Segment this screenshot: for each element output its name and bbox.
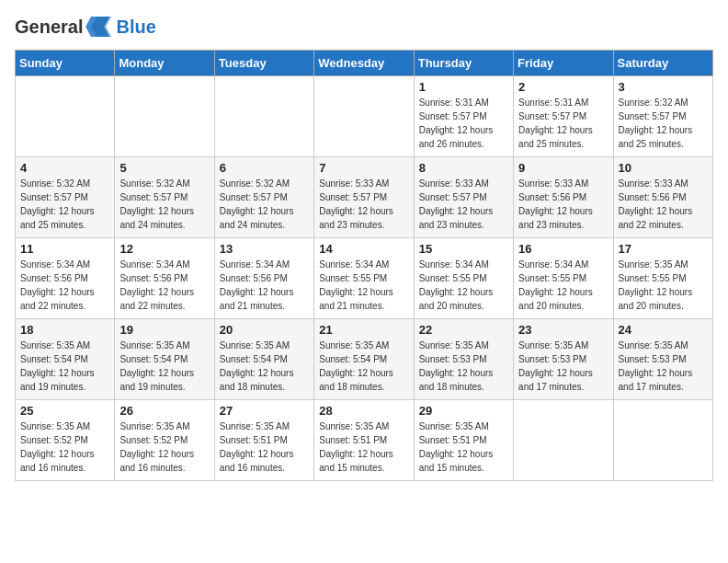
day-info: Sunrise: 5:35 AM Sunset: 5:52 PM Dayligh…: [119, 419, 209, 475]
weekday-header: Monday: [115, 51, 214, 76]
day-number: 10: [619, 161, 708, 175]
day-info: Sunrise: 5:34 AM Sunset: 5:56 PM Dayligh…: [20, 258, 109, 313]
day-number: 2: [518, 80, 608, 94]
day-info: Sunrise: 5:33 AM Sunset: 5:57 PM Dayligh…: [319, 177, 408, 232]
logo-text: General: [15, 17, 83, 38]
day-info: Sunrise: 5:35 AM Sunset: 5:51 PM Dayligh…: [419, 419, 508, 475]
calendar-cell: [115, 76, 214, 157]
calendar-cell: 1Sunrise: 5:31 AM Sunset: 5:57 PM Daylig…: [414, 76, 513, 157]
calendar-cell: 27Sunrise: 5:35 AM Sunset: 5:51 PM Dayli…: [214, 400, 313, 481]
day-info: Sunrise: 5:31 AM Sunset: 5:57 PM Dayligh…: [419, 96, 508, 151]
calendar-cell: 11Sunrise: 5:34 AM Sunset: 5:56 PM Dayli…: [16, 238, 115, 319]
day-number: 13: [220, 242, 309, 256]
calendar-cell: 16Sunrise: 5:34 AM Sunset: 5:55 PM Dayli…: [514, 238, 613, 319]
logo: General Blue: [15, 15, 156, 39]
weekday-header: Sunday: [16, 51, 115, 76]
weekday-header: Wednesday: [314, 51, 414, 76]
day-number: 23: [518, 323, 608, 337]
logo-blue-text: Blue: [116, 17, 155, 38]
day-number: 14: [319, 242, 408, 256]
calendar-cell: 9Sunrise: 5:33 AM Sunset: 5:56 PM Daylig…: [514, 157, 613, 238]
day-info: Sunrise: 5:35 AM Sunset: 5:52 PM Dayligh…: [20, 419, 109, 475]
calendar-cell: 26Sunrise: 5:35 AM Sunset: 5:52 PM Dayli…: [115, 400, 214, 481]
day-info: Sunrise: 5:34 AM Sunset: 5:56 PM Dayligh…: [119, 258, 209, 313]
day-info: Sunrise: 5:35 AM Sunset: 5:54 PM Dayligh…: [220, 339, 309, 394]
day-number: 1: [419, 80, 508, 94]
calendar-cell: 15Sunrise: 5:34 AM Sunset: 5:55 PM Dayli…: [414, 238, 513, 319]
day-number: 9: [518, 161, 608, 175]
day-number: 3: [619, 80, 708, 94]
day-info: Sunrise: 5:32 AM Sunset: 5:57 PM Dayligh…: [220, 177, 309, 232]
day-info: Sunrise: 5:35 AM Sunset: 5:53 PM Dayligh…: [619, 339, 708, 394]
day-number: 27: [220, 404, 309, 418]
calendar-week-row: 18Sunrise: 5:35 AM Sunset: 5:54 PM Dayli…: [16, 319, 713, 400]
calendar-cell: 22Sunrise: 5:35 AM Sunset: 5:53 PM Dayli…: [414, 319, 513, 400]
weekday-header: Tuesday: [214, 51, 313, 76]
day-info: Sunrise: 5:35 AM Sunset: 5:54 PM Dayligh…: [319, 339, 408, 394]
calendar-cell: 13Sunrise: 5:34 AM Sunset: 5:56 PM Dayli…: [214, 238, 313, 319]
day-number: 25: [20, 404, 109, 418]
calendar-cell: 29Sunrise: 5:35 AM Sunset: 5:51 PM Dayli…: [414, 400, 513, 481]
day-info: Sunrise: 5:35 AM Sunset: 5:54 PM Dayligh…: [119, 339, 209, 394]
day-number: 16: [518, 242, 608, 256]
day-number: 6: [220, 161, 309, 175]
day-info: Sunrise: 5:33 AM Sunset: 5:56 PM Dayligh…: [518, 177, 608, 232]
weekday-header: Thursday: [414, 51, 513, 76]
calendar-cell: 18Sunrise: 5:35 AM Sunset: 5:54 PM Dayli…: [16, 319, 115, 400]
calendar-week-row: 1Sunrise: 5:31 AM Sunset: 5:57 PM Daylig…: [16, 76, 713, 157]
day-info: Sunrise: 5:33 AM Sunset: 5:57 PM Dayligh…: [419, 177, 508, 232]
calendar-cell: [16, 76, 115, 157]
calendar-cell: 8Sunrise: 5:33 AM Sunset: 5:57 PM Daylig…: [414, 157, 513, 238]
day-number: 17: [619, 242, 708, 256]
day-info: Sunrise: 5:32 AM Sunset: 5:57 PM Dayligh…: [20, 177, 109, 232]
day-number: 22: [419, 323, 508, 337]
day-info: Sunrise: 5:35 AM Sunset: 5:55 PM Dayligh…: [619, 258, 708, 313]
page-header: General Blue: [15, 15, 713, 39]
day-info: Sunrise: 5:35 AM Sunset: 5:53 PM Dayligh…: [419, 339, 508, 394]
day-number: 24: [619, 323, 708, 337]
day-number: 11: [20, 242, 109, 256]
day-info: Sunrise: 5:35 AM Sunset: 5:51 PM Dayligh…: [220, 419, 309, 475]
day-number: 29: [419, 404, 508, 418]
day-number: 19: [119, 323, 209, 337]
calendar-week-row: 11Sunrise: 5:34 AM Sunset: 5:56 PM Dayli…: [16, 238, 713, 319]
day-info: Sunrise: 5:35 AM Sunset: 5:53 PM Dayligh…: [518, 339, 608, 394]
day-info: Sunrise: 5:34 AM Sunset: 5:55 PM Dayligh…: [319, 258, 408, 313]
calendar-cell: 3Sunrise: 5:32 AM Sunset: 5:57 PM Daylig…: [613, 76, 712, 157]
day-info: Sunrise: 5:31 AM Sunset: 5:57 PM Dayligh…: [518, 96, 608, 151]
calendar-cell: 28Sunrise: 5:35 AM Sunset: 5:51 PM Dayli…: [314, 400, 414, 481]
calendar-cell: 12Sunrise: 5:34 AM Sunset: 5:56 PM Dayli…: [115, 238, 214, 319]
calendar-cell: 23Sunrise: 5:35 AM Sunset: 5:53 PM Dayli…: [514, 319, 613, 400]
day-number: 20: [220, 323, 309, 337]
day-info: Sunrise: 5:32 AM Sunset: 5:57 PM Dayligh…: [619, 96, 708, 151]
calendar-cell: 5Sunrise: 5:32 AM Sunset: 5:57 PM Daylig…: [115, 157, 214, 238]
calendar-cell: 14Sunrise: 5:34 AM Sunset: 5:55 PM Dayli…: [314, 238, 414, 319]
day-number: 21: [319, 323, 408, 337]
day-number: 8: [419, 161, 508, 175]
calendar-cell: [314, 76, 414, 157]
calendar-week-row: 25Sunrise: 5:35 AM Sunset: 5:52 PM Dayli…: [16, 400, 713, 481]
calendar-cell: 7Sunrise: 5:33 AM Sunset: 5:57 PM Daylig…: [314, 157, 414, 238]
calendar-cell: [613, 400, 712, 481]
weekday-header: Saturday: [613, 51, 712, 76]
calendar-cell: 10Sunrise: 5:33 AM Sunset: 5:56 PM Dayli…: [613, 157, 712, 238]
calendar-cell: 17Sunrise: 5:35 AM Sunset: 5:55 PM Dayli…: [613, 238, 712, 319]
day-info: Sunrise: 5:34 AM Sunset: 5:55 PM Dayligh…: [419, 258, 508, 313]
day-number: 7: [319, 161, 408, 175]
day-info: Sunrise: 5:35 AM Sunset: 5:54 PM Dayligh…: [20, 339, 109, 394]
day-info: Sunrise: 5:34 AM Sunset: 5:56 PM Dayligh…: [220, 258, 309, 313]
calendar-cell: 25Sunrise: 5:35 AM Sunset: 5:52 PM Dayli…: [16, 400, 115, 481]
day-info: Sunrise: 5:35 AM Sunset: 5:51 PM Dayligh…: [319, 419, 408, 475]
calendar-cell: 2Sunrise: 5:31 AM Sunset: 5:57 PM Daylig…: [514, 76, 613, 157]
calendar-cell: [514, 400, 613, 481]
logo-icon: [84, 15, 111, 39]
day-info: Sunrise: 5:33 AM Sunset: 5:56 PM Dayligh…: [619, 177, 708, 232]
calendar-cell: 24Sunrise: 5:35 AM Sunset: 5:53 PM Dayli…: [613, 319, 712, 400]
calendar-week-row: 4Sunrise: 5:32 AM Sunset: 5:57 PM Daylig…: [16, 157, 713, 238]
day-number: 15: [419, 242, 508, 256]
calendar-cell: 19Sunrise: 5:35 AM Sunset: 5:54 PM Dayli…: [115, 319, 214, 400]
calendar-cell: 21Sunrise: 5:35 AM Sunset: 5:54 PM Dayli…: [314, 319, 414, 400]
day-number: 12: [119, 242, 209, 256]
weekday-header: Friday: [514, 51, 613, 76]
calendar-header-row: SundayMondayTuesdayWednesdayThursdayFrid…: [16, 51, 713, 76]
